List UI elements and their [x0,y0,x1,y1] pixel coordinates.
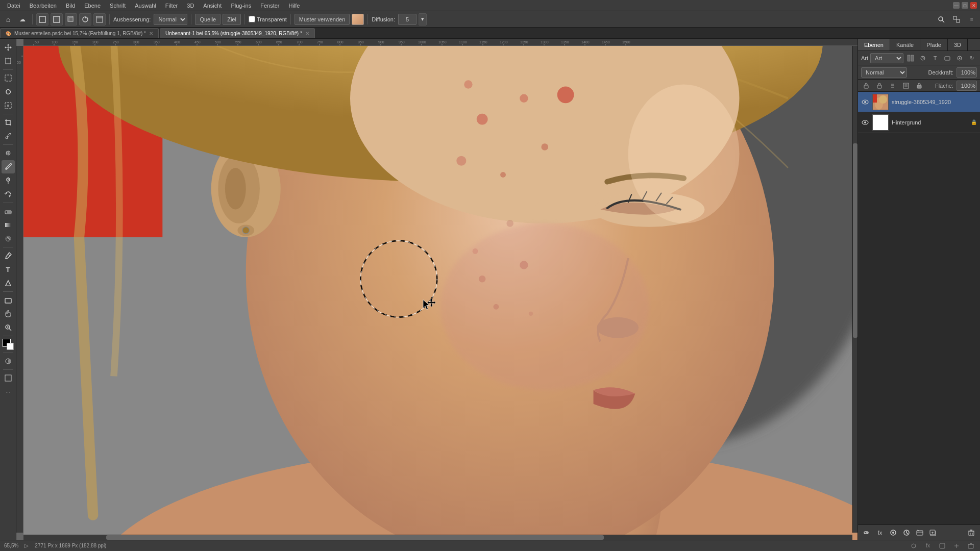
tool-healing[interactable] [2,146,15,160]
tool-eyedropper[interactable] [2,130,15,143]
filter-shape-btn[interactable] [942,53,952,63]
canvas-area[interactable]: 50 100 150 200 250 300 350 400 4 [16,39,857,540]
arrange-button[interactable] [950,13,963,26]
menu-bild[interactable]: Bild [62,2,79,10]
delete-layer-btn[interactable] [966,528,977,538]
panel-tab-pfade[interactable]: Pfade [920,39,948,51]
menu-3d[interactable]: 3D [183,2,198,10]
extras-button[interactable]: ··· [2,385,15,398]
status-fx-btn[interactable]: fx [923,541,933,551]
menu-hilfe[interactable]: Hilfe [284,2,304,10]
filter-adj-btn[interactable] [918,53,928,63]
panel-tab-kanaele[interactable]: Kanäle [890,39,920,51]
filter-pixel-btn[interactable] [905,53,916,63]
transparent-checkbox[interactable] [249,16,255,22]
menu-filter[interactable]: Filter [161,2,182,10]
tool-pen[interactable] [2,249,15,262]
workspace-button[interactable]: ≡ [966,13,978,26]
ziel-button[interactable]: Ziel [223,14,241,25]
rotate-btn[interactable] [79,13,91,26]
scrollbar-horizontal[interactable] [23,535,852,540]
diffusion-arrow[interactable]: ▾ [419,13,427,26]
lock-image-btn[interactable] [874,81,885,91]
tool-shape[interactable] [2,293,15,307]
filter-toggle-btn[interactable]: ↻ [967,53,977,63]
quelle-button[interactable]: Quelle [195,14,220,25]
tool-clone[interactable] [2,174,15,187]
lock-position-btn[interactable] [888,81,898,91]
doc-tab-2[interactable]: Unbenannt-1 bei 65,5% (struggle-3805349_… [160,28,315,38]
close-button[interactable]: ✕ [970,2,977,9]
color-foreground-background[interactable] [3,339,14,350]
layer-visibility-1[interactable] [861,98,869,106]
tool-blur[interactable] [2,232,15,245]
add-style-btn[interactable]: fx [874,528,886,538]
screen-mode-button[interactable] [2,371,15,385]
menu-plugins[interactable]: Plug-ins [227,2,255,10]
blend-mode-select[interactable]: Normal [861,67,907,78]
tool-brush[interactable] [2,160,15,173]
filter-type-select[interactable]: Art [870,53,903,63]
muster-button[interactable]: Muster verwenden [295,14,350,25]
cloud-button[interactable]: ☁ [16,13,29,26]
maximize-button[interactable]: □ [962,2,968,9]
add-mask-btn[interactable] [888,528,899,538]
tool-object-select[interactable] [2,99,15,112]
menu-fenster[interactable]: Fenster [256,2,283,10]
color-swatch[interactable] [352,14,364,25]
transform-btn[interactable] [65,13,77,26]
mode-select[interactable]: Normal [154,14,187,25]
tool-gradient[interactable] [2,218,15,232]
diffusion-input[interactable] [398,14,416,25]
tool-eraser[interactable] [2,205,15,218]
tool-move[interactable] [2,41,15,54]
status-adjust-btn[interactable] [909,541,919,551]
lock-all-btn[interactable] [914,81,924,91]
opacity-input[interactable] [957,67,977,78]
quick-mask-button[interactable] [2,355,15,368]
add-adjustment-btn[interactable] [901,528,912,538]
minimize-button[interactable]: — [953,2,960,9]
layer-item-hintergrund[interactable]: Hintergrund 🔒 [858,112,980,133]
tool-text[interactable]: T [2,263,15,276]
filter-text-btn[interactable]: T [930,53,940,63]
tool-rect-marquee[interactable] [2,71,15,85]
link-layers-btn[interactable] [861,528,872,538]
tool-crop[interactable] [2,116,15,129]
transparent-checkbox-label[interactable]: Transparent [249,16,287,22]
doc-tab-1[interactable]: 🎨 Muster erstellen.psdc bei 15,7% (Farbf… [0,28,159,38]
tool-artboard[interactable] [2,55,15,68]
doc-tab-2-close[interactable]: ✕ [305,31,309,36]
menu-datei[interactable]: Datei [3,2,24,10]
tool-history-brush[interactable] [2,188,15,201]
status-delete-btn[interactable] [966,541,976,551]
rect-select-1[interactable] [36,13,48,26]
tool-zoom[interactable] [2,321,15,334]
status-new-btn[interactable] [951,541,962,551]
frame-btn[interactable] [93,13,106,26]
doc-tab-1-close[interactable]: ✕ [149,31,153,36]
scrollbar-vertical[interactable] [852,46,857,533]
scrollbar-thumb-v[interactable] [853,143,857,338]
new-group-btn[interactable] [914,528,925,538]
rect-select-2[interactable] [51,13,63,26]
fill-input[interactable] [957,81,977,91]
canvas-content[interactable] [23,46,857,540]
panel-tab-3d[interactable]: 3D [948,39,968,51]
menu-ebene[interactable]: Ebene [80,2,105,10]
tool-path-select[interactable] [2,277,15,290]
menu-bearbeiten[interactable]: Bearbeiten [26,2,61,10]
home-button[interactable]: ⌂ [2,13,14,26]
search-button[interactable] [935,13,947,26]
background-color[interactable] [7,343,14,350]
filter-smart-btn[interactable] [954,53,965,63]
new-layer-btn[interactable] [927,528,939,538]
photo-canvas[interactable] [23,46,857,540]
scrollbar-thumb-h[interactable] [106,535,603,540]
menu-ansicht[interactable]: Ansicht [199,2,226,10]
tool-hand[interactable] [2,307,15,320]
layer-visibility-2[interactable] [861,118,869,127]
layer-item-struggle[interactable]: struggle-3805349_1920 [858,92,980,112]
tool-lasso[interactable] [2,85,15,98]
lock-artboard-btn[interactable] [901,81,911,91]
